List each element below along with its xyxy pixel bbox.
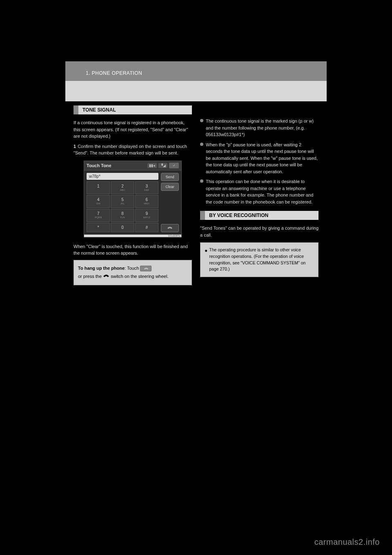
left-column: TONE SIGNAL If a continuous tone signal … xyxy=(74,105,192,285)
key-1[interactable]: 1 xyxy=(87,181,110,195)
hangup-info-box: To hang up the phone: Touch or press the… xyxy=(74,260,192,285)
hangup-button[interactable] xyxy=(161,224,179,232)
step-number: 1 xyxy=(74,144,76,149)
key-hash[interactable]: # xyxy=(135,223,158,232)
number-display: w78p* xyxy=(87,173,158,180)
image-code: DGs0087Is xyxy=(168,235,180,237)
key-3[interactable]: 3DEF xyxy=(135,181,158,195)
intro-paragraph-2: 1Confirm the number displayed on the scr… xyxy=(74,143,192,157)
key-star[interactable]: * xyxy=(87,223,110,232)
bullet-3: This operation can be done when it is de… xyxy=(200,178,318,205)
key-5[interactable]: 5JKL xyxy=(111,195,134,208)
bullet-icon xyxy=(200,143,203,146)
bullet-icon xyxy=(200,179,203,183)
voice-intro-text: "Send Tones" can be operated by giving a… xyxy=(200,225,318,238)
hangup-touch-icon xyxy=(140,266,151,271)
key-0[interactable]: 0 xyxy=(111,223,134,232)
key-6[interactable]: 6MNO xyxy=(135,195,158,208)
screen-header: Touch Tone ▮▮◂ ▝◢ ⤶ xyxy=(84,161,181,170)
intro-paragraph-1: If a continuous tone signal is registere… xyxy=(74,119,192,140)
clear-button[interactable]: Clear xyxy=(161,183,179,191)
tone-signal-header: TONE SIGNAL xyxy=(74,105,192,114)
screen-title: Touch Tone xyxy=(87,163,111,168)
header-spacer xyxy=(65,81,327,101)
section-tab xyxy=(200,211,205,220)
bullet-dot-icon: ● xyxy=(205,247,207,273)
after-screen-text: When "Clear" is touched, this function w… xyxy=(74,243,192,257)
bullet-2: When the "p" pause tone is used, after w… xyxy=(200,141,318,175)
key-8[interactable]: 8TUV xyxy=(111,209,134,222)
right-column: The continuous tone signal is the marked… xyxy=(200,105,318,285)
back-button[interactable]: ⤶ xyxy=(169,163,179,168)
section-breadcrumb: 1. PHONE OPERATION xyxy=(65,61,327,81)
key-7[interactable]: 7PQRS xyxy=(87,209,110,222)
bullet-1: The continuous tone signal is the marked… xyxy=(200,118,318,138)
key-2[interactable]: 2ABC xyxy=(111,181,134,195)
key-9[interactable]: 9WXYZ xyxy=(135,209,158,222)
bullet-icon xyxy=(200,119,203,122)
send-button[interactable]: Send xyxy=(161,173,179,181)
battery-icon: ▮▮◂ xyxy=(147,163,157,168)
section-tab xyxy=(74,105,78,114)
signal-icon: ▝◢ xyxy=(158,163,167,168)
voice-recognition-title: BY VOICE RECOGNITION xyxy=(205,211,318,220)
tone-signal-title: TONE SIGNAL xyxy=(78,105,192,114)
touch-tone-screen: Touch Tone ▮▮◂ ▝◢ ⤶ w78p* 1 2ABC 3DEF xyxy=(84,161,182,237)
watermark: carmanuals2.info xyxy=(314,537,380,547)
voice-note-box: ● The operating procedure is similar to … xyxy=(200,242,318,277)
voice-recognition-header: BY VOICE RECOGNITION xyxy=(200,211,318,220)
key-4[interactable]: 4GHI xyxy=(87,195,110,208)
phone-hangup-icon xyxy=(103,273,109,281)
keypad: 1 2ABC 3DEF 4GHI 5JKL 6MNO 7PQRS 8TUV 9W… xyxy=(87,181,158,232)
